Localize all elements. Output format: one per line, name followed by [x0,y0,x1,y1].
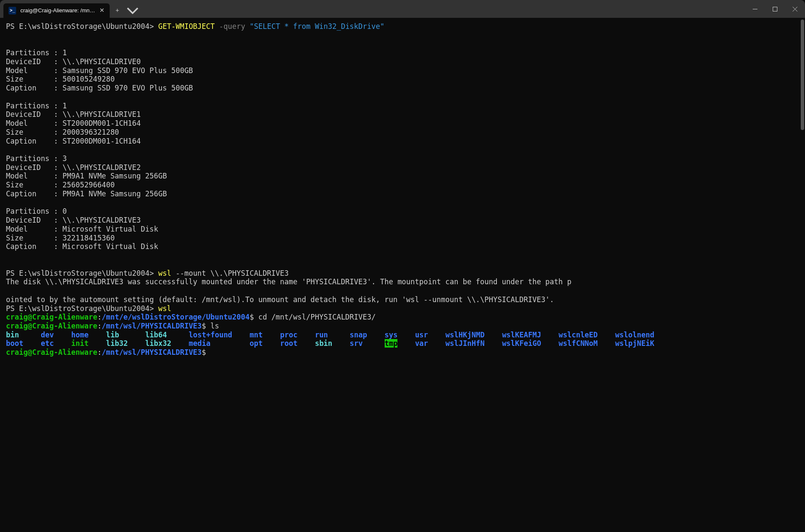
ls-entry: wslJInHfN [445,339,485,348]
tab-dropdown-button[interactable] [125,3,140,18]
drive-field: DeviceID : \\.\PHYSICALDRIVE1 [6,110,141,119]
ls-entry: proc [280,331,298,339]
drive-field: Size : 2000396321280 [6,128,119,136]
drive-field: Model : PM9A1 NVMe Samsung 256GB [6,172,167,180]
bash-path: /mnt/wsl/PHYSICALDRIVE3 [102,322,201,330]
ls-entry: lib [106,331,119,339]
ls-entry: bin [6,331,19,339]
drive-field: Caption : ST2000DM001-1CH164 [6,137,141,145]
ls-entry: srv [350,339,363,348]
tab-active[interactable]: >_ craig@Craig-Alienware: /mnt/w ✕ [3,3,110,18]
ls-entry: opt [249,339,263,348]
bash-path: /mnt/e/wslDistroStorage/Ubuntu2004 [102,313,249,321]
ls-entry: var [415,339,428,348]
drive-field: Caption : Samsung SSD 970 EVO Plus 500GB [6,84,193,92]
svg-rect-1 [773,7,777,11]
drive-field: Size : 256052966400 [6,181,115,189]
scrollbar-thumb[interactable] [801,20,804,130]
ls-entry: media [189,339,210,348]
ls-entry: snap [350,331,367,339]
drive-field: Model : ST2000DM001-1CH164 [6,119,141,127]
bash-cmd: ls [206,322,219,330]
titlebar: >_ craig@Craig-Alienware: /mnt/w ✕ + [0,0,805,18]
bash-dollar: $ [202,322,206,330]
bash-dollar: $ [249,313,254,321]
ls-entry: usr [415,331,428,339]
drive-field: Partitions : 3 [6,154,67,163]
ps-prompt: PS E:\wslDistroStorage\Ubuntu2004> [6,304,158,313]
drive-field: DeviceID : \\.\PHYSICALDRIVE2 [6,163,141,172]
ls-entry: root [280,339,298,348]
cmd-string: "SELECT * from Win32_DiskDrive" [249,22,384,31]
mount-output-line: ointed to by the automount setting (defa… [6,295,245,304]
drive-field: DeviceID : \\.\PHYSICALDRIVE3 [6,216,141,224]
maximize-button[interactable] [765,0,785,18]
ls-entry: dev [41,331,54,339]
scrollbar[interactable] [800,18,805,532]
bash-user: craig@Craig-Alienware [6,313,97,321]
close-tab-button[interactable]: ✕ [99,7,105,14]
bash-user: craig@Craig-Alienware [6,348,97,357]
wsl-cmd: wsl [158,304,171,313]
ls-entry: tmp [385,339,398,348]
ls-entry: wslfCNNoM [558,339,598,348]
minimize-icon [753,7,757,11]
drive-field: Size : 322118415360 [6,234,115,242]
drive-field: Partitions : 1 [6,102,67,110]
bash-dollar: $ [202,348,206,357]
drive-field: DeviceID : \\.\PHYSICALDRIVE0 [6,57,141,66]
bash-user: craig@Craig-Alienware [6,322,97,330]
ps-prompt: PS E:\wslDistroStorage\Ubuntu2004> [6,269,158,277]
ls-entry: init [71,339,89,348]
ls-entry: wslpjNEiK [615,339,654,348]
ps-prompt: PS E:\wslDistroStorage\Ubuntu2004> [6,22,158,31]
drive-field: Size : 500105249280 [6,75,115,83]
new-tab-button[interactable]: + [110,3,125,18]
ls-entry: wslcnleED [558,331,598,339]
ls-entry: wslolnend [615,331,654,339]
wsl-cmd: wsl [158,269,171,277]
ls-entry: sbin [315,339,332,348]
ls-entry: home [71,331,89,339]
cmdlet: GET-WMIOBJECT [158,22,215,31]
wsl-args: --mount \\.\PHYSICALDRIVE3 [171,269,289,277]
terminal-output[interactable]: PS E:\wslDistroStorage\Ubuntu2004> GET-W… [0,18,805,532]
drive-field: Partitions : 0 [6,207,67,215]
drive-field: Partitions : 1 [6,48,67,57]
cmd-param: -query [219,22,245,31]
ls-entry: libx32 [145,339,171,348]
ls-entry: lib64 [145,331,167,339]
ls-entry: lib32 [106,339,128,348]
window-controls [745,0,805,18]
mount-output-line: The disk \\.\PHYSICALDRIVE3 was successf… [6,277,572,286]
drive-field: Model : Samsung SSD 970 EVO Plus 500GB [6,66,193,75]
drive-field: Caption : Microsoft Virtual Disk [6,242,158,251]
ls-entry: wslHKjNMD [445,331,485,339]
ls-entry: mnt [249,331,263,339]
bash-cmd: cd /mnt/wsl/PHYSICALDRIVE3/ [254,313,376,321]
ls-entry: run [315,331,328,339]
chevron-down-icon [125,3,140,18]
close-window-button[interactable] [785,0,805,18]
tab-strip: >_ craig@Craig-Alienware: /mnt/w ✕ + [0,0,745,18]
tab-title: craig@Craig-Alienware: /mnt/w [20,7,95,14]
ls-entry: lost+found [189,331,232,339]
drive-field: Model : Microsoft Virtual Disk [6,225,158,233]
drive-field: Caption : PM9A1 NVMe Samsung 256GB [6,190,167,198]
minimize-button[interactable] [745,0,765,18]
maximize-icon [773,7,777,11]
powershell-icon: >_ [9,7,16,14]
bash-path: /mnt/wsl/PHYSICALDRIVE3 [102,348,201,357]
mount-output-line: To unmount and detach the disk, run 'wsl… [245,295,554,304]
ls-entry: wslKEAFMJ [502,331,541,339]
ls-entry: etc [41,339,54,348]
ls-entry: sys [385,331,398,339]
ls-entry: wslKFeiGO [502,339,541,348]
ls-entry: boot [6,339,23,348]
close-icon [793,7,797,11]
